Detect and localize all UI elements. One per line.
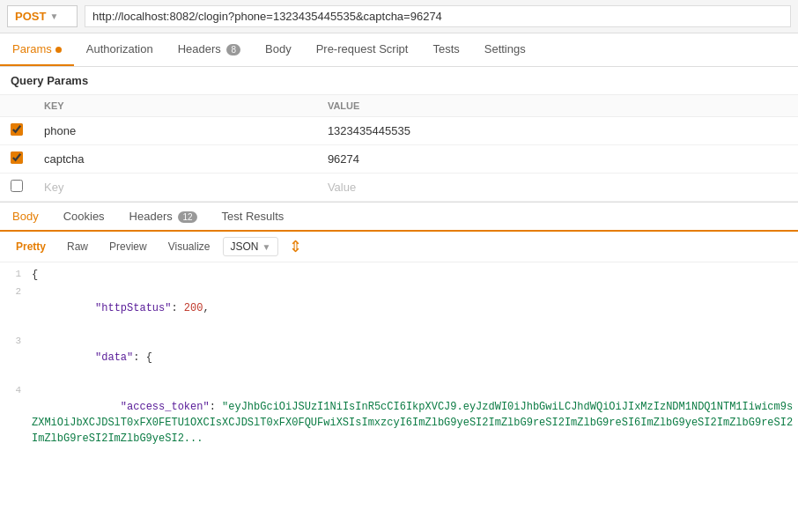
json-output[interactable]: 1 { 2 "httpStatus": 200, 3 "data": { 4 "… xyxy=(0,262,798,456)
table-row: phone 1323435445535 xyxy=(0,117,798,145)
row2-key[interactable]: captcha xyxy=(33,145,317,174)
tab-settings[interactable]: Settings xyxy=(472,33,538,66)
table-row: captcha 96274 xyxy=(0,145,798,174)
col-value: VALUE xyxy=(317,95,798,117)
json-format-select[interactable]: JSON ▼ xyxy=(223,237,279,256)
json-line-3: 3 "data": { xyxy=(0,333,798,382)
tab-params[interactable]: Params xyxy=(0,33,74,66)
tab-body[interactable]: Body xyxy=(253,33,304,66)
format-raw-button[interactable]: Raw xyxy=(58,237,97,256)
response-tab-body[interactable]: Body xyxy=(0,203,51,232)
tab-headers[interactable]: Headers 8 xyxy=(166,33,253,66)
method-select[interactable]: POST ▼ xyxy=(7,5,78,27)
save-response-icon[interactable]: ⇕ xyxy=(289,237,302,256)
json-line-1: 1 { xyxy=(0,266,798,284)
table-row-placeholder: Key Value xyxy=(0,174,798,202)
response-tab-testresults[interactable]: Test Results xyxy=(210,203,297,232)
json-line-2: 2 "httpStatus": 200, xyxy=(0,284,798,333)
row1-key[interactable]: phone xyxy=(33,117,317,145)
method-chevron-icon: ▼ xyxy=(49,11,58,21)
method-label: POST xyxy=(15,10,46,23)
json-line-4: 4 "access_token": "eyJhbGciOiJSUzI1NiIsI… xyxy=(0,382,798,456)
row2-checkbox[interactable] xyxy=(11,151,23,164)
params-dot xyxy=(55,47,62,53)
response-tab-headers[interactable]: Headers 12 xyxy=(117,203,210,232)
row3-value-placeholder[interactable]: Value xyxy=(317,174,798,202)
row1-value[interactable]: 1323435445535 xyxy=(317,117,798,145)
request-tab-bar: Params Authorization Headers 8 Body Pre-… xyxy=(0,33,798,67)
row3-key-placeholder[interactable]: Key xyxy=(33,174,317,202)
col-key: KEY xyxy=(33,95,317,117)
row1-checkbox[interactable] xyxy=(11,123,23,136)
params-table: KEY VALUE phone 1323435445535 captcha 96… xyxy=(0,94,798,202)
response-tab-bar: Body Cookies Headers 12 Test Results xyxy=(0,202,798,232)
format-preview-button[interactable]: Preview xyxy=(100,237,156,256)
format-visualize-button[interactable]: Visualize xyxy=(159,237,219,256)
row2-value[interactable]: 96274 xyxy=(317,145,798,174)
format-bar: Pretty Raw Preview Visualize JSON ▼ ⇕ xyxy=(0,232,798,262)
tab-authorization[interactable]: Authorization xyxy=(74,33,166,66)
response-tab-cookies[interactable]: Cookies xyxy=(51,203,117,232)
row3-checkbox[interactable] xyxy=(11,180,23,192)
tab-tests[interactable]: Tests xyxy=(420,33,471,66)
format-pretty-button[interactable]: Pretty xyxy=(7,237,55,256)
col-checkbox xyxy=(0,95,33,117)
url-bar: POST ▼ xyxy=(0,0,798,33)
json-chevron-icon: ▼ xyxy=(262,242,271,252)
query-params-title: Query Params xyxy=(0,67,798,94)
tab-prerequest[interactable]: Pre-request Script xyxy=(304,33,421,66)
url-input[interactable] xyxy=(85,5,791,27)
